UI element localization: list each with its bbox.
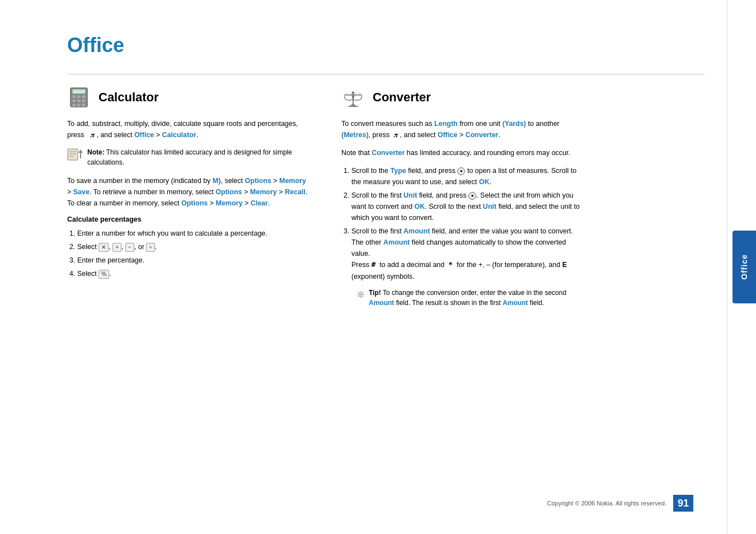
svg-rect-8 — [73, 104, 76, 106]
amount-link-2[interactable]: Amount — [383, 238, 410, 246]
calc-step-2: Select ✕, +, −, or ÷. — [77, 241, 308, 252]
unit-link-2[interactable]: Unit — [483, 203, 496, 210]
hash-key: # — [371, 260, 375, 269]
svg-rect-2 — [73, 95, 76, 98]
svg-rect-4 — [82, 95, 86, 98]
calculator-title: Calculator — [98, 90, 159, 105]
tip-box: ❊ Tip! To change the conversion order, e… — [351, 288, 582, 308]
converter-step-1: Scroll to the Type field, and press ● to… — [351, 165, 582, 188]
calculator-intro-text: To add, substract, multiply, divide, cal… — [67, 118, 308, 140]
clear-link[interactable]: Clear — [251, 199, 268, 207]
unit-link-1[interactable]: Unit — [403, 191, 417, 199]
converter-section: Converter To convert measures such as Le… — [341, 86, 582, 315]
converter-header: Converter — [341, 86, 582, 109]
calc-step-1: Enter a number for which you want to cal… — [77, 228, 308, 239]
calculator-section: Calculator To add, substract, multiply, … — [67, 86, 308, 315]
sidebar-tab: Office — [732, 231, 756, 303]
svg-rect-7 — [82, 100, 86, 102]
options-link-1[interactable]: Options — [245, 177, 271, 185]
calc-percentages-subheading: Calculate percentages — [67, 216, 308, 223]
calc-steps-list: Enter a number for which you want to cal… — [67, 228, 308, 279]
converter-steps-list: Scroll to the Type field, and press ● to… — [341, 165, 582, 308]
ok-link-2[interactable]: OK — [415, 203, 425, 210]
tip-text: Tip! To change the conversion order, ent… — [369, 288, 582, 308]
yards-link[interactable]: (Yards) — [503, 120, 526, 128]
percent-btn: % — [98, 270, 109, 279]
svg-rect-10 — [82, 104, 86, 106]
converter-title: Converter — [373, 90, 431, 105]
select-btn-2: ● — [468, 192, 476, 200]
office-link-1[interactable]: Office — [134, 131, 154, 139]
plus-btn: + — [112, 243, 121, 252]
multiply-btn: ✕ — [98, 243, 109, 252]
minus-btn: − — [125, 243, 134, 252]
ok-link-1[interactable]: OK — [479, 178, 490, 186]
svg-rect-16 — [80, 153, 81, 158]
note-box: Note: This calculator has limited accura… — [67, 147, 308, 167]
sidebar-label: Office — [740, 254, 749, 280]
converter-accuracy-text: Note that Converter has limited accuracy… — [341, 147, 582, 158]
svg-marker-15 — [78, 149, 83, 153]
svg-point-25 — [352, 92, 354, 94]
memory-link-3[interactable]: Memory — [215, 199, 242, 207]
svg-rect-9 — [77, 104, 81, 106]
two-column-layout: Calculator To add, substract, multiply, … — [67, 86, 705, 315]
select-btn-1: ● — [457, 167, 465, 175]
length-link[interactable]: Length — [434, 120, 458, 128]
svg-rect-3 — [77, 95, 81, 98]
memory-link-1[interactable]: Memory — [279, 177, 306, 185]
office-link-2[interactable]: Office — [438, 131, 457, 139]
metres-link[interactable]: (Metres) — [341, 131, 369, 139]
converter-step-2: Scroll to the first Unit field, and pres… — [351, 190, 582, 223]
star-key: * — [448, 260, 453, 269]
divider — [67, 74, 705, 74]
memory-link-2[interactable]: Memory — [250, 188, 277, 196]
note-text: Note: This calculator has limited accura… — [87, 147, 308, 167]
page-title: Office — [67, 34, 705, 57]
memory-text: To save a number in the memory (indicate… — [67, 175, 308, 209]
tip-amount-link-2[interactable]: Amount — [503, 299, 528, 307]
svg-rect-5 — [73, 100, 76, 102]
converter-step-3: Scroll to the first Amount field, and en… — [351, 226, 582, 308]
svg-rect-1 — [73, 90, 86, 94]
copyright-text: Copyright © 2006 Nokia. All rights reser… — [547, 500, 666, 507]
type-link[interactable]: Type — [390, 167, 406, 175]
converter-intro-text: To convert measures such as Length from … — [341, 118, 582, 140]
svg-rect-11 — [68, 149, 78, 160]
svg-rect-18 — [348, 106, 358, 107]
amount-link-1[interactable]: Amount — [403, 227, 430, 235]
tip-icon: ❊ — [357, 288, 364, 302]
divide-btn: ÷ — [146, 243, 155, 252]
page-number-area: Copyright © 2006 Nokia. All rights reser… — [547, 495, 693, 512]
sidebar: Office — [727, 0, 756, 534]
calculator-link-1[interactable]: Calculator — [162, 131, 196, 139]
converter-note-link[interactable]: Converter — [372, 149, 405, 157]
options-link-2[interactable]: Options — [215, 188, 242, 196]
tip-amount-link-1[interactable]: Amount — [369, 299, 394, 307]
converter-icon — [341, 86, 365, 109]
calculator-icon-svg — [68, 87, 90, 108]
note-icon — [67, 148, 83, 161]
converter-link[interactable]: Converter — [466, 131, 499, 139]
calculator-header: Calculator — [67, 86, 308, 109]
main-content: Office — [0, 0, 727, 534]
calculator-icon — [67, 86, 91, 109]
options-link-3[interactable]: Options — [181, 199, 208, 207]
save-link[interactable]: Save — [73, 188, 90, 196]
page-number: 91 — [673, 495, 693, 512]
calc-step-4: Select %. — [77, 268, 308, 279]
calc-step-3: Enter the percentage. — [77, 255, 308, 266]
svg-rect-6 — [77, 100, 81, 102]
recall-link[interactable]: Recall — [285, 188, 306, 196]
